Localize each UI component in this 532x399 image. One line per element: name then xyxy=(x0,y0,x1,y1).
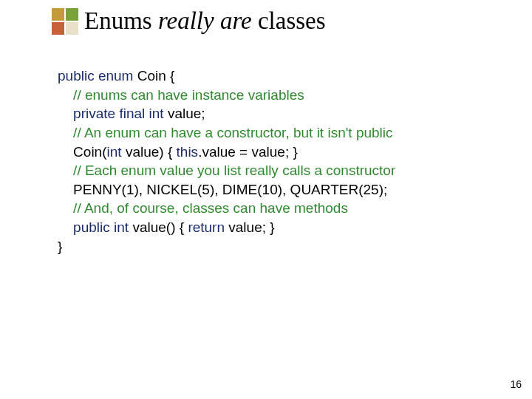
code-line: public int value() { return value; } xyxy=(58,218,488,237)
code-line: PENNY(1), NICKEL(5), DIME(10), QUARTER(2… xyxy=(58,180,488,200)
code-comment: // An enum can have a constructor, but i… xyxy=(58,123,488,143)
code-line: Coin(int value) { this.value = value; } xyxy=(58,143,488,162)
svg-rect-1 xyxy=(66,8,78,21)
title-area: Enums really are classes xyxy=(52,7,326,35)
slide-number: 16 xyxy=(510,378,522,390)
code-comment: // And, of course, classes can have meth… xyxy=(58,199,488,218)
code-line: public enum Coin { xyxy=(58,66,488,86)
code-block: public enum Coin { // enums can have ins… xyxy=(58,66,488,256)
svg-rect-3 xyxy=(66,22,78,35)
svg-rect-2 xyxy=(52,22,64,35)
svg-rect-0 xyxy=(52,8,64,21)
code-comment: // Each enum value you list really calls… xyxy=(58,161,488,180)
code-comment: // enums can have instance variables xyxy=(58,86,488,105)
slide-title: Enums really are classes xyxy=(84,7,326,35)
code-line: } xyxy=(58,237,488,256)
code-line: private final int value; xyxy=(58,104,488,123)
corner-decoration-icon xyxy=(52,8,78,35)
slide: Enums really are classes public enum Coi… xyxy=(0,0,532,399)
